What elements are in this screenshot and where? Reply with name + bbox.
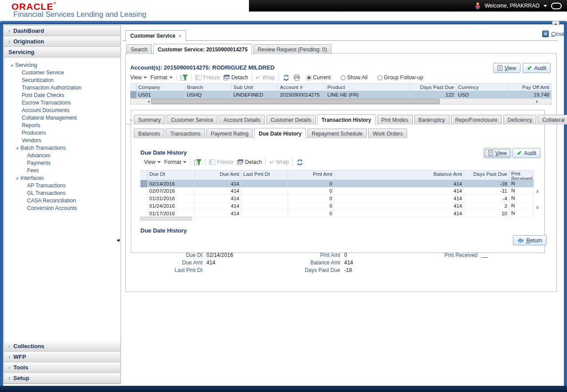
view-menu[interactable]: View [144, 159, 161, 165]
table-row[interactable]: 01/31/2016 414 0 414 -4 N [140, 195, 534, 202]
scroll-up-icon[interactable]: ∧ [536, 188, 540, 194]
return-button[interactable]: Return [513, 235, 547, 245]
tree-expanded-icon[interactable]: ◢ [16, 176, 18, 180]
due-view-button[interactable]: View [484, 148, 511, 158]
table-row[interactable]: 01/24/2016 414 0 414 3 N [140, 202, 534, 210]
tree-node-batch-transactions[interactable]: ◢Batch Transactions [4, 144, 120, 151]
scroll-right-icon[interactable]: › [535, 99, 539, 104]
tab-account-details[interactable]: Account Details [219, 115, 264, 124]
sidebar-item-setup[interactable]: ›Setup [4, 373, 120, 384]
row-stub[interactable] [140, 187, 148, 195]
tree-item-securitization[interactable]: Securitization [4, 76, 120, 84]
row-stub[interactable] [140, 180, 148, 187]
close-icon[interactable]: ✕ [542, 31, 549, 37]
row-stub[interactable] [140, 202, 148, 210]
table-row[interactable]: 02/14/2016 414 0 414 -18 N [140, 180, 534, 187]
tree-node-servicing[interactable]: ◢Servicing [4, 61, 120, 69]
tree-item-fees[interactable]: Fees [4, 167, 120, 174]
due-hscrollbar[interactable] [140, 217, 192, 221]
tab-summary[interactable]: Summary [134, 115, 165, 124]
tab-collateral[interactable]: Collateral [538, 115, 567, 124]
tab-review-request[interactable]: Review Request (Pending: 0) [253, 44, 331, 54]
tab-transactions[interactable]: Transactions [166, 128, 205, 138]
table-row[interactable]: 02/07/2016 414 0 414 -11 N [140, 187, 534, 195]
tab-close-icon[interactable]: × [179, 33, 181, 39]
sidebar-item-wfp[interactable]: ›WFP [4, 352, 120, 362]
tab-payment-rating[interactable]: Payment Rating [206, 128, 253, 138]
history-tabs: Balances Transactions Payment Rating Due… [134, 128, 408, 138]
tree-item-casa-reconciliation[interactable]: CASA Reconciliation [4, 197, 120, 204]
format-menu[interactable]: Format [164, 159, 186, 165]
row-stub[interactable] [140, 195, 148, 202]
filter-radio-group-follow-up[interactable]: Group Follow-up [377, 74, 427, 81]
tree-item-customer-service[interactable]: Customer Service [4, 69, 120, 76]
tabs-scroll-left-icon[interactable]: ‹ [128, 117, 134, 122]
view-menu[interactable]: View [130, 74, 147, 81]
table-row[interactable]: 01/17/2016 414 0 414 10 N [140, 210, 534, 217]
tab-pmt-modes[interactable]: Pmt Modes [377, 115, 413, 124]
tab-customer-service[interactable]: Customer Service [167, 115, 217, 124]
tab-balances[interactable]: Balances [134, 128, 164, 138]
tab-customer-service-account[interactable]: Customer Service: 20150900014275 [153, 44, 252, 54]
tree-item-gl-transactions[interactable]: GL Transactions [4, 189, 120, 197]
accounts-hscrollbar[interactable]: ‹ › [130, 98, 551, 105]
filter-icon[interactable] [180, 74, 188, 81]
sidebar-item-servicing[interactable]: Servicing [4, 47, 120, 58]
tree-item-collateral-management[interactable]: Collateral Management [4, 114, 120, 121]
detach-button[interactable]: Detach [223, 74, 248, 81]
sidebar-item-tools[interactable]: ›Tools [4, 362, 120, 373]
tree-item-payments[interactable]: Payments [4, 159, 120, 167]
tree-item-account-documents[interactable]: Account Documents [4, 106, 120, 114]
tab-due-date-history[interactable]: Due Date History [254, 128, 306, 139]
tree-item-vendors[interactable]: Vendors [4, 136, 120, 144]
close-control[interactable]: ✕ Close [542, 31, 565, 37]
tree-item-transaction-authorization[interactable]: Transaction Authorization [4, 84, 120, 91]
user-menu-chevron-icon[interactable] [544, 5, 547, 7]
print-icon[interactable] [293, 74, 300, 81]
tab-customer-details[interactable]: Customer Details [266, 115, 316, 124]
tree-item-producers[interactable]: Producers [4, 129, 120, 136]
tree-item-reports[interactable]: Reports [4, 121, 120, 129]
due-audit-button[interactable]: ✔ Audit [513, 148, 540, 158]
format-menu[interactable]: Format [151, 74, 173, 81]
tree-expanded-icon[interactable]: ◢ [16, 146, 18, 150]
tree-node-interfaces[interactable]: ◢Interfaces [4, 174, 120, 182]
sidebar-item-dashboard[interactable]: ›DashBoard [4, 26, 120, 36]
tree-item-ap-transactions[interactable]: AP Transactions [4, 182, 120, 189]
scroll-left-icon[interactable]: ‹ [147, 99, 151, 104]
frame-right [564, 24, 567, 386]
filter-icon[interactable] [194, 159, 202, 166]
tab-repayment-schedule[interactable]: Repayment Schedule [307, 128, 367, 138]
sidebar-item-collections[interactable]: ›Collections [4, 341, 120, 352]
detach-button[interactable]: Detach [237, 159, 262, 165]
scroll-down-icon[interactable]: ∨ [536, 204, 540, 210]
tab-work-orders[interactable]: Work Orders [368, 128, 407, 138]
toolbar-separator [279, 74, 279, 81]
tree-item-escrow-transactions[interactable]: Escrow Transactions [4, 99, 120, 106]
tab-transaction-history[interactable]: Transaction History [317, 114, 376, 125]
top-divider-bar [0, 21, 567, 24]
refresh-icon[interactable] [283, 74, 290, 81]
filter-radio-show-all[interactable]: Show All [341, 74, 371, 81]
tab-bankruptcy[interactable]: Bankruptcy [414, 115, 450, 124]
row-stub[interactable] [130, 91, 136, 98]
tab-deficiency[interactable]: Deficiency [503, 115, 536, 124]
workspace-tab-customer-service[interactable]: Customer Service × [125, 30, 186, 41]
refresh-icon[interactable] [296, 159, 303, 166]
tree-item-advances[interactable]: Advances [4, 151, 120, 159]
tab-search[interactable]: Search [126, 44, 152, 54]
tab-repo-foreclosure[interactable]: Repo/Foreclosure [451, 115, 502, 124]
tree-item-post-date-checks[interactable]: Post Date Checks [4, 91, 120, 99]
welcome-user[interactable]: Welcome, PRAKRRAO [485, 3, 540, 9]
tree-item-conversion-accounts[interactable]: Conversion Accounts [4, 204, 120, 212]
sidebar-collapse-handle[interactable]: ◀ [117, 238, 120, 242]
scroll-thumb[interactable] [151, 99, 440, 104]
table-row[interactable]: US01 USHQ UNDEFINED 20150900014275 LINE … [130, 91, 551, 98]
tree-expanded-icon[interactable]: ◢ [10, 63, 13, 67]
logout-power-icon[interactable] [551, 3, 562, 9]
account-view-button[interactable]: View [493, 63, 520, 73]
filter-radio-current[interactable]: Current [307, 74, 334, 81]
sidebar-item-origination[interactable]: ›Origination [4, 36, 120, 47]
account-audit-button[interactable]: ✔ Audit [523, 63, 551, 73]
toolbar-separator [190, 159, 190, 166]
